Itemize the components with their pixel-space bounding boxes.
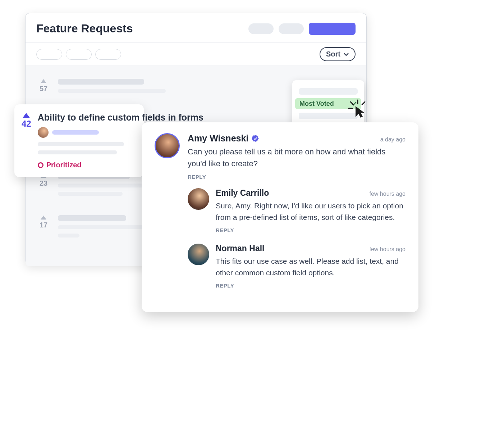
upvote-control[interactable]: 23 <box>36 173 51 200</box>
sort-button-label: Sort <box>326 50 340 58</box>
upvote-icon <box>40 79 47 84</box>
verified-badge-icon <box>251 135 259 143</box>
filter-chips <box>36 49 121 60</box>
comment-timestamp: a day ago <box>380 136 406 143</box>
header-pill-1[interactable] <box>248 23 274 34</box>
comments-panel: Amy Wisneski a day ago Can you please te… <box>142 122 418 312</box>
vote-count: 23 <box>40 179 47 187</box>
upvote-control[interactable]: 42 <box>22 112 31 129</box>
reply-text: This fits our use case as well. Please a… <box>216 256 406 278</box>
panel-header: Feature Requests <box>26 13 366 43</box>
comment-author: Amy Wisneski <box>188 133 259 144</box>
vote-count: 17 <box>40 221 47 229</box>
reply-author: Norman Hall <box>216 244 264 253</box>
status-label: Prioritized <box>46 161 82 169</box>
avatar <box>188 188 209 210</box>
reply-text: Sure, Amy. Right now, I'd like our users… <box>216 200 406 223</box>
reply: Emily Carrillo few hours ago Sure, Amy. … <box>188 188 406 234</box>
comment: Amy Wisneski a day ago Can you please te… <box>155 133 406 180</box>
upvote-control[interactable]: 57 <box>36 79 51 97</box>
svg-line-2 <box>362 102 365 105</box>
filter-chip-3[interactable] <box>95 49 121 60</box>
filter-chip-2[interactable] <box>66 49 92 60</box>
comment-text: Can you please tell us a bit more on how… <box>188 146 406 169</box>
filter-row: Sort <box>26 43 366 66</box>
svg-line-0 <box>350 102 353 105</box>
chevron-down-icon <box>343 53 349 56</box>
sort-option-label: Most Voted <box>299 100 334 108</box>
reply-timestamp: few hours ago <box>369 246 406 253</box>
upvote-icon <box>40 215 47 220</box>
reply-button[interactable]: REPLY <box>216 227 234 233</box>
reply: Norman Hall few hours ago This fits our … <box>188 244 406 289</box>
vote-count: 57 <box>40 85 47 93</box>
header-pill-2[interactable] <box>279 23 304 34</box>
reply-author: Emily Carrillo <box>216 188 269 198</box>
reply-timestamp: few hours ago <box>369 191 406 197</box>
sort-option[interactable] <box>299 88 358 95</box>
cursor-click-icon <box>348 99 368 119</box>
upvote-control[interactable]: 17 <box>36 215 51 242</box>
highlighted-request-card[interactable]: 42 Ability to define custom fields in fo… <box>14 104 144 177</box>
upvote-icon <box>22 112 31 119</box>
filter-chip-1[interactable] <box>36 49 62 60</box>
avatar <box>188 244 209 265</box>
replies-list: Emily Carrillo few hours ago Sure, Amy. … <box>188 188 406 289</box>
vote-count: 42 <box>22 119 31 129</box>
sort-button[interactable]: Sort <box>320 47 356 61</box>
author-avatar <box>38 127 49 138</box>
page-title: Feature Requests <box>36 22 133 35</box>
status-ring-icon <box>38 162 43 168</box>
avatar <box>155 133 180 158</box>
request-title: Ability to define custom fields in forms <box>38 112 203 123</box>
primary-action-button[interactable] <box>309 23 356 35</box>
header-actions <box>248 23 356 35</box>
reply-button[interactable]: REPLY <box>216 282 234 289</box>
reply-button[interactable]: REPLY <box>188 174 206 180</box>
